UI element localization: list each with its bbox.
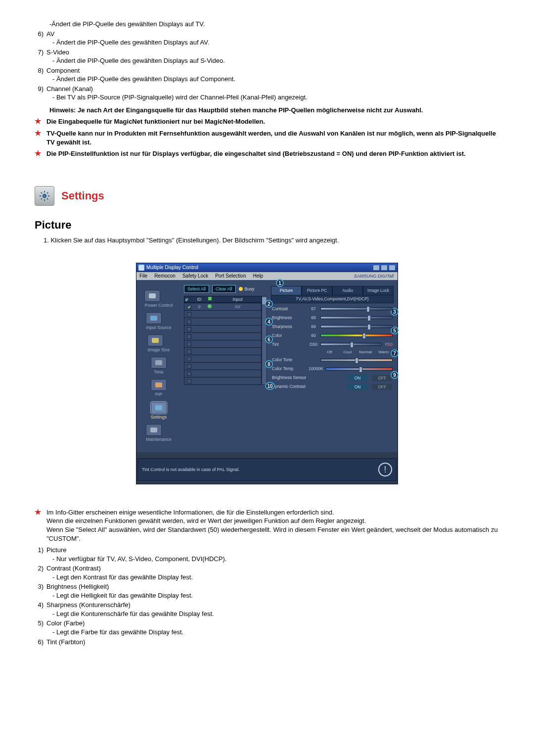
star-note: ★TV-Quelle kann nur in Produkten mit Fer… [35, 129, 499, 146]
list-item: 7)S-Video- Ändert die PIP-Quelle des gew… [35, 48, 499, 65]
tab[interactable]: Image Lock [363, 286, 394, 295]
star-icon: ★ [35, 149, 46, 158]
list-item: 4)Sharpness (Konturenschärfe)- Legt die … [35, 601, 499, 618]
list-item: 3)Brightness (Helligkeit)- Legt die Hell… [35, 582, 499, 600]
sidebar-item[interactable]: Time [151, 357, 167, 375]
dc-off[interactable]: OFF [372, 383, 393, 390]
table-row[interactable] [184, 318, 261, 325]
settings-title: Settings [61, 189, 104, 203]
select-all-button[interactable]: Select All [184, 285, 209, 293]
col-input: Input [214, 296, 261, 302]
list-item: 6)Tint (Farbton) [35, 638, 499, 647]
table-row[interactable] [184, 347, 261, 355]
max-button[interactable] [381, 265, 388, 271]
settings-icon [35, 186, 54, 206]
tip-box: Tint Control is not available in case of… [137, 458, 397, 481]
sidebar-item[interactable]: Maintenance [146, 424, 172, 442]
screenshot: Multiple Display Control FileRemoconSafe… [35, 263, 499, 484]
slider-contrast[interactable]: Contrast67 [272, 304, 393, 313]
callout-6: 6 [265, 335, 273, 343]
list-item: 2)Contrast (Kontrast)- Legt den Kontrast… [35, 564, 499, 581]
settings-header: Settings [35, 186, 499, 206]
window-title: Multiple Display Control [146, 264, 373, 271]
menu-item[interactable]: Help [253, 273, 263, 280]
brightness-sensor-row: Brightness Sensor ON OFF [272, 374, 393, 382]
star-note: ★Die PIP-Einstellfunktion ist nur für Di… [35, 149, 499, 158]
tab[interactable]: Picture PC [302, 286, 332, 295]
bs-on[interactable]: ON [347, 375, 368, 381]
dynamic-contrast-row: Dynamic Contrast ON OFF [272, 382, 393, 391]
callout-10: 10 [265, 382, 275, 390]
titlebar: Multiple Display Control [136, 263, 398, 272]
sidebar-item[interactable]: Input Source [146, 312, 171, 331]
color-tone-labels: OffCoolNormalWarm [320, 350, 393, 355]
min-button[interactable] [373, 265, 380, 271]
callout-2: 2 [265, 300, 273, 308]
header-checkbox[interactable] [184, 297, 189, 302]
intro-line: -Ändert die PIP-Quelle des gewählten Dis… [49, 20, 499, 29]
tab[interactable]: Audio [332, 286, 363, 295]
slider-brightness[interactable]: Brightness68 [272, 313, 393, 322]
list-item: 9)Channel (Kanal)- Bei TV als PIP-Source… [35, 85, 499, 102]
sidebar: Power ControlInput SourceImage SizeTimeP… [136, 280, 181, 452]
close-button[interactable] [389, 265, 396, 271]
star-note: ★Die Eingabequelle für MagicNet funktion… [35, 117, 499, 126]
clear-all-button[interactable]: Clear All [212, 285, 236, 293]
table-row[interactable] [184, 310, 261, 318]
list-header: ID Input [184, 296, 262, 303]
table-row[interactable] [184, 370, 261, 377]
info-note: ★ Im Info-Gitter erscheinen einige wesen… [35, 508, 499, 543]
slider-sharpness[interactable]: Sharpness68 [272, 322, 393, 331]
menu-item[interactable]: Safety Lock [182, 273, 208, 280]
slider-color[interactable]: Color60 [272, 331, 393, 340]
table-row[interactable] [184, 340, 261, 347]
app-window: Multiple Display Control FileRemoconSafe… [136, 263, 398, 484]
dc-on[interactable]: ON [347, 383, 368, 390]
menubar: FileRemoconSafety LockPort SelectionHelp… [136, 272, 398, 280]
numbered-list-2: 1)Picture- Nur verfügbar für TV, AV, S-V… [35, 546, 499, 646]
star-icon: ★ [35, 129, 46, 146]
slider-color-temp[interactable]: Color Temp10000K [272, 365, 393, 374]
subheader: TV,AV,S-Video,Component,DVI(HDCP) [271, 295, 394, 303]
bs-off[interactable]: OFF [372, 375, 393, 381]
table-row[interactable]: 0AV [184, 303, 261, 310]
busy-indicator: Busy [239, 286, 255, 292]
menu-item[interactable]: Remocon [154, 273, 176, 280]
slider-tint[interactable]: TintG50 R50 [272, 340, 393, 349]
list-item: 8)Component- Ändert die PIP-Quelle des g… [35, 66, 499, 84]
sidebar-item[interactable]: Settings [151, 402, 167, 420]
star-icon: ★ [35, 508, 46, 543]
table-row[interactable] [184, 355, 261, 362]
list-item: 6)AV- Ändert die PIP-Quelle des gewählte… [35, 30, 499, 47]
sidebar-item[interactable]: PIP [151, 379, 167, 397]
display-list-panel: Select All Clear All Busy ID Input [181, 280, 270, 452]
col-id: ID [193, 296, 205, 302]
table-row[interactable] [184, 362, 261, 370]
table-row[interactable] [184, 377, 261, 384]
star-icon: ★ [35, 117, 46, 126]
callout-9: 9 [391, 371, 399, 379]
page-content: -Ändert die PIP-Quelle des gewählten Dis… [0, 0, 534, 677]
sidebar-item[interactable]: Power Control [144, 290, 173, 308]
numbered-list-1: 6)AV- Ändert die PIP-Quelle des gewählte… [35, 30, 499, 102]
picture-subtitle: Picture [35, 218, 499, 233]
svg-point-0 [43, 194, 46, 197]
info-icon: ! [378, 463, 392, 476]
menu-item[interactable]: File [139, 273, 147, 280]
list-item: 5)Color (Farbe)- Legt die Farbe für das … [35, 619, 499, 636]
menu-item[interactable]: Port Selection [215, 273, 246, 280]
hinweis: Hinweis: Je nach Art der Eingangsquelle … [49, 106, 499, 115]
callout-7: 7 [391, 349, 399, 357]
tab[interactable]: Picture [271, 286, 302, 295]
picture-desc: 1. Klicken Sie auf das Hauptsymbol "Sett… [44, 236, 499, 245]
display-list: 0AV [184, 303, 262, 385]
tab-row: PicturePicture PCAudioImage Lock [271, 286, 394, 295]
app-icon [138, 265, 144, 271]
table-row[interactable] [184, 325, 261, 332]
sidebar-item[interactable]: Image Size [147, 334, 170, 353]
callout-1: 1 [276, 279, 284, 287]
table-row[interactable] [184, 332, 261, 340]
callout-8: 8 [265, 360, 273, 368]
settings-panel: 1 2 3 4 5 6 7 8 9 10 PicturePicture PCAu… [270, 280, 398, 452]
slider-color-tone[interactable]: Color Tone [272, 356, 393, 365]
